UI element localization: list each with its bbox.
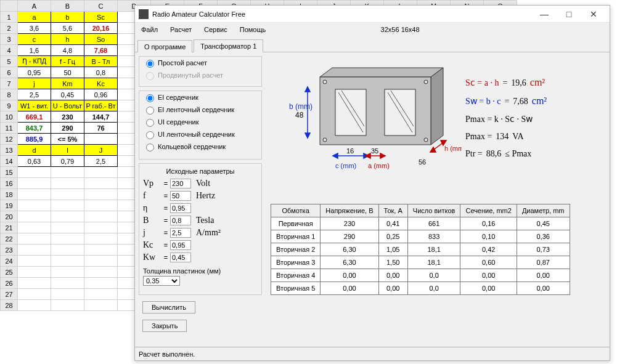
minimize-button[interactable]: — xyxy=(532,6,557,22)
cell[interactable]: h xyxy=(51,34,84,45)
core-ui-tape[interactable] xyxy=(146,131,154,139)
cell[interactable]: 0,63 xyxy=(18,156,51,167)
maximize-button[interactable]: □ xyxy=(557,6,581,22)
cell[interactable]: 2,5 xyxy=(18,89,51,100)
cell[interactable]: d xyxy=(18,145,51,156)
row-head[interactable]: 19 xyxy=(1,200,18,211)
col-B[interactable]: B xyxy=(51,1,84,12)
core-ui-tape-row[interactable]: UI ленточный сердечник xyxy=(139,128,261,140)
cell[interactable]: P габ.- Вт xyxy=(84,100,118,111)
cell[interactable]: 4,8 xyxy=(51,45,84,56)
cell[interactable]: 7,68 xyxy=(84,45,118,56)
cell[interactable]: 5,6 xyxy=(51,23,84,34)
row-head[interactable]: 15 xyxy=(1,167,18,178)
row-head[interactable]: 7 xyxy=(1,78,18,89)
b-input[interactable] xyxy=(170,216,191,225)
row-head[interactable]: 5 xyxy=(1,56,18,67)
cell[interactable]: 2,5 xyxy=(84,156,118,167)
cell[interactable]: 76 xyxy=(84,123,118,134)
cell[interactable]: b xyxy=(51,12,84,23)
cell[interactable]: 669,1 xyxy=(18,111,51,123)
radio-simple-row[interactable]: Простой расчет xyxy=(139,57,261,69)
cell[interactable]: 0,95 xyxy=(18,67,51,78)
cell[interactable]: 3,6 xyxy=(18,23,51,34)
row-head[interactable]: 16 xyxy=(1,178,18,189)
close-dialog-button[interactable]: Закрыть xyxy=(142,320,187,332)
cell[interactable]: 0,45 xyxy=(51,89,84,100)
row-head[interactable]: 12 xyxy=(1,134,18,145)
cell[interactable]: 1,6 xyxy=(18,45,51,56)
row-head[interactable]: 4 xyxy=(1,45,18,56)
row-head[interactable]: 20 xyxy=(1,211,18,222)
row-head[interactable]: 1 xyxy=(1,12,18,23)
cell[interactable]: c xyxy=(18,34,51,45)
eta-input[interactable] xyxy=(170,203,191,213)
core-ei[interactable] xyxy=(146,94,154,102)
cell[interactable]: Kc xyxy=(84,78,118,89)
menu-file[interactable]: Файл xyxy=(139,25,160,34)
row-head[interactable]: 2 xyxy=(1,23,18,34)
cell[interactable]: j xyxy=(18,78,51,89)
cell[interactable]: W1 - вит. xyxy=(18,100,51,111)
cell[interactable]: J xyxy=(84,145,118,156)
core-ei-tape-row[interactable]: EI ленточный сердечник xyxy=(139,103,261,116)
radio-simple[interactable] xyxy=(146,60,154,68)
cell[interactable]: 0,79 xyxy=(51,156,84,167)
row-head[interactable]: 11 xyxy=(1,123,18,134)
cell[interactable]: f - Гц xyxy=(51,56,84,67)
cell[interactable]: 0,96 xyxy=(84,89,118,100)
cell[interactable]: Ƞ - КПД xyxy=(18,56,51,67)
tab-transformer[interactable]: Трансформатор 1 xyxy=(194,39,263,52)
cell[interactable]: 50 xyxy=(51,67,84,78)
core-ui[interactable] xyxy=(146,119,154,127)
row-head[interactable]: 8 xyxy=(1,89,18,100)
cell[interactable]: 0,8 xyxy=(84,67,118,78)
row-head[interactable]: 23 xyxy=(1,245,18,256)
core-ring-row[interactable]: Кольцевой сердечник xyxy=(139,140,261,153)
core-ui-row[interactable]: UI сердечник xyxy=(139,116,261,128)
tab-about[interactable]: О программе xyxy=(137,40,192,52)
f-input[interactable] xyxy=(170,191,191,201)
cell[interactable]: So xyxy=(84,34,118,45)
cell[interactable]: 290 xyxy=(51,123,84,134)
cell[interactable]: В - Тл xyxy=(84,56,118,67)
core-ei-row[interactable]: EI сердечник xyxy=(139,91,261,103)
row-head[interactable]: 13 xyxy=(1,145,18,156)
col-A[interactable]: A xyxy=(18,1,51,12)
j-input[interactable] xyxy=(170,228,191,238)
row-head[interactable]: 22 xyxy=(1,233,18,245)
cell[interactable]: U - Вольт xyxy=(51,100,84,111)
cell[interactable]: a xyxy=(18,12,51,23)
row-head[interactable]: 6 xyxy=(1,67,18,78)
row-head[interactable]: 14 xyxy=(1,156,18,167)
calc-button[interactable]: Вычислить xyxy=(142,301,195,313)
cell[interactable]: 144,7 xyxy=(84,111,118,123)
cell[interactable]: 843,7 xyxy=(18,123,51,134)
row-head[interactable]: 3 xyxy=(1,34,18,45)
menu-service[interactable]: Сервис xyxy=(202,25,230,34)
kc-input[interactable] xyxy=(170,240,191,250)
row-head[interactable]: 18 xyxy=(1,189,18,200)
row-head[interactable]: 27 xyxy=(1,289,18,300)
titlebar[interactable]: Radio Amateur Calculator Free — □ ✕ xyxy=(135,6,610,23)
kw-input[interactable] xyxy=(170,253,191,262)
core-ei-tape[interactable] xyxy=(146,107,154,115)
cell[interactable]: 20,16 xyxy=(84,23,118,34)
thick-select[interactable]: 0.35 xyxy=(143,276,180,286)
row-head[interactable]: 26 xyxy=(1,278,18,289)
cell[interactable]: Sc xyxy=(84,12,118,23)
menu-calc[interactable]: Расчет xyxy=(168,25,194,34)
cell[interactable]: 230 xyxy=(51,111,84,123)
cell[interactable]: 885,9 xyxy=(18,134,51,145)
vp-input[interactable] xyxy=(170,179,191,188)
row-head[interactable]: 28 xyxy=(1,300,18,311)
core-ring[interactable] xyxy=(146,144,154,152)
menu-help[interactable]: Помощь xyxy=(237,25,269,34)
cell[interactable]: <= 5% xyxy=(51,134,84,145)
row-head[interactable]: 21 xyxy=(1,222,18,233)
row-head[interactable]: 9 xyxy=(1,100,18,111)
cell[interactable]: I xyxy=(51,145,84,156)
row-head[interactable]: 25 xyxy=(1,267,18,278)
row-head[interactable]: 10 xyxy=(1,111,18,123)
row-head[interactable]: 24 xyxy=(1,256,18,267)
